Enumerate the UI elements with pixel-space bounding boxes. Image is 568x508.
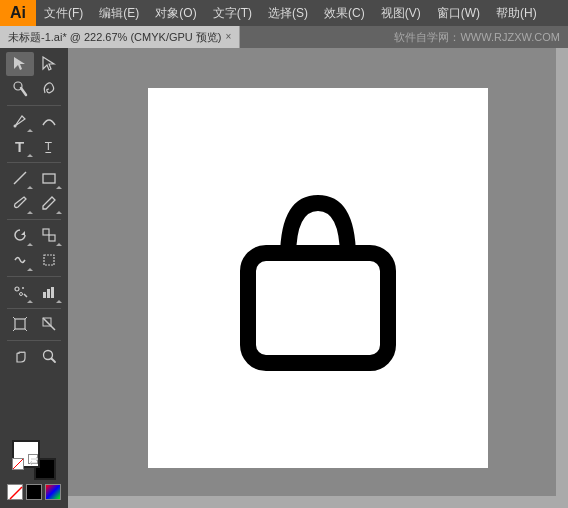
svg-marker-7 bbox=[21, 231, 25, 235]
menu-object[interactable]: 对象(O) bbox=[151, 3, 200, 24]
toolbar: T T̲ bbox=[0, 48, 68, 508]
select-tool[interactable] bbox=[6, 52, 34, 76]
svg-marker-1 bbox=[43, 57, 54, 70]
canvas bbox=[148, 88, 488, 468]
menu-select[interactable]: 选择(S) bbox=[264, 3, 312, 24]
menu-bar: 文件(F) 编辑(E) 对象(O) 文字(T) 选择(S) 效果(C) 视图(V… bbox=[36, 3, 568, 24]
svg-rect-18 bbox=[15, 319, 25, 329]
separator-6 bbox=[7, 340, 61, 341]
pencil-tool[interactable] bbox=[35, 191, 63, 215]
reset-colors-icon[interactable] bbox=[12, 458, 24, 470]
svg-line-2 bbox=[21, 88, 26, 95]
title-bar: Ai 文件(F) 编辑(E) 对象(O) 文字(T) 选择(S) 效果(C) 视… bbox=[0, 0, 568, 26]
fill-gradient-btn[interactable] bbox=[45, 484, 61, 500]
tab-bar: 未标题-1.ai* @ 222.67% (CMYK/GPU 预览) × 软件自学… bbox=[0, 26, 568, 48]
menu-view[interactable]: 视图(V) bbox=[377, 3, 425, 24]
scale-tool[interactable] bbox=[35, 223, 63, 247]
svg-line-27 bbox=[10, 487, 22, 499]
separator-1 bbox=[7, 105, 61, 106]
fill-stroke-swatches[interactable] bbox=[12, 440, 56, 480]
tool-row-3 bbox=[0, 109, 68, 133]
bag-artwork bbox=[218, 173, 418, 383]
tool-row-8 bbox=[0, 248, 68, 272]
svg-rect-17 bbox=[51, 287, 54, 298]
menu-type[interactable]: 文字(T) bbox=[209, 3, 256, 24]
svg-line-19 bbox=[13, 317, 15, 319]
curvature-tool[interactable] bbox=[35, 109, 63, 133]
ai-logo: Ai bbox=[0, 0, 36, 26]
svg-rect-8 bbox=[43, 229, 49, 235]
touch-type-tool[interactable]: T̲ bbox=[35, 134, 63, 158]
separator-5 bbox=[7, 308, 61, 309]
canvas-area[interactable] bbox=[68, 48, 568, 508]
lasso-tool[interactable] bbox=[35, 77, 63, 101]
paintbrush-tool[interactable] bbox=[6, 191, 34, 215]
type-tool[interactable]: T bbox=[6, 134, 34, 158]
menu-window[interactable]: 窗口(W) bbox=[433, 3, 484, 24]
separator-2 bbox=[7, 162, 61, 163]
ai-logo-text: Ai bbox=[10, 4, 26, 22]
tool-row-11 bbox=[0, 344, 68, 368]
watermark-text: 软件自学网：WWW.RJZXW.COM bbox=[240, 30, 568, 45]
tool-row-6 bbox=[0, 191, 68, 215]
symbol-sprayer-tool[interactable] bbox=[6, 280, 34, 304]
slice-tool[interactable] bbox=[35, 312, 63, 336]
rect-tool[interactable] bbox=[35, 166, 63, 190]
svg-line-20 bbox=[25, 317, 27, 319]
svg-rect-28 bbox=[248, 253, 388, 363]
svg-point-12 bbox=[22, 287, 24, 289]
menu-edit[interactable]: 编辑(E) bbox=[95, 3, 143, 24]
zoom-tool[interactable] bbox=[35, 344, 63, 368]
pen-tool[interactable] bbox=[6, 109, 34, 133]
svg-line-5 bbox=[14, 172, 26, 184]
tool-row-10 bbox=[0, 312, 68, 336]
line-tool[interactable] bbox=[6, 166, 34, 190]
svg-line-23 bbox=[43, 318, 55, 330]
tool-row-7 bbox=[0, 223, 68, 247]
svg-rect-16 bbox=[47, 289, 50, 298]
free-transform-tool[interactable] bbox=[35, 248, 63, 272]
fill-color-btn[interactable] bbox=[26, 484, 42, 500]
rotate-tool[interactable] bbox=[6, 223, 34, 247]
hand-tool[interactable] bbox=[6, 344, 34, 368]
warp-tool[interactable] bbox=[6, 248, 34, 272]
tab-close-button[interactable]: × bbox=[226, 32, 232, 42]
swap-colors-icon[interactable] bbox=[28, 454, 38, 464]
direct-select-tool[interactable] bbox=[35, 52, 63, 76]
svg-line-22 bbox=[25, 329, 27, 331]
svg-marker-0 bbox=[14, 57, 25, 70]
active-tab[interactable]: 未标题-1.ai* @ 222.67% (CMYK/GPU 预览) × bbox=[0, 26, 240, 48]
svg-rect-10 bbox=[44, 255, 54, 265]
svg-line-26 bbox=[51, 359, 55, 363]
artboard-tool[interactable] bbox=[6, 312, 34, 336]
main-area: T T̲ bbox=[0, 48, 568, 508]
svg-point-3 bbox=[14, 82, 22, 90]
color-swatches bbox=[0, 436, 68, 504]
magic-wand-tool[interactable] bbox=[6, 77, 34, 101]
svg-line-21 bbox=[13, 329, 15, 331]
separator-3 bbox=[7, 219, 61, 220]
svg-rect-9 bbox=[49, 235, 55, 241]
tool-row-4: T T̲ bbox=[0, 134, 68, 158]
tool-row-5 bbox=[0, 166, 68, 190]
tool-row-2 bbox=[0, 77, 68, 101]
svg-point-4 bbox=[13, 125, 16, 128]
separator-4 bbox=[7, 276, 61, 277]
svg-rect-6 bbox=[43, 174, 55, 183]
tool-row-9 bbox=[0, 280, 68, 304]
menu-effect[interactable]: 效果(C) bbox=[320, 3, 369, 24]
svg-point-11 bbox=[15, 287, 19, 291]
bottom-swatches bbox=[7, 484, 61, 500]
tab-label: 未标题-1.ai* @ 222.67% (CMYK/GPU 预览) bbox=[8, 30, 222, 45]
menu-help[interactable]: 帮助(H) bbox=[492, 3, 541, 24]
svg-point-13 bbox=[19, 293, 22, 296]
column-graph-tool[interactable] bbox=[35, 280, 63, 304]
tool-row-1 bbox=[0, 52, 68, 76]
fill-none-btn[interactable] bbox=[7, 484, 23, 500]
svg-rect-15 bbox=[43, 292, 46, 298]
menu-file[interactable]: 文件(F) bbox=[40, 3, 87, 24]
